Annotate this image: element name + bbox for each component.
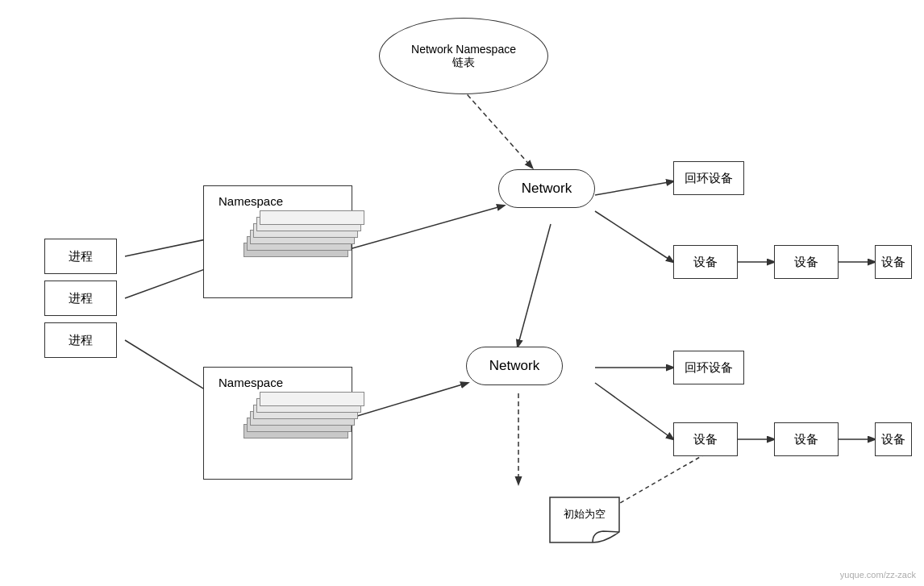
svg-line-3 [125, 340, 214, 395]
process1-box: 进程 [44, 239, 117, 274]
loopback2-label: 回环设备 [685, 360, 733, 376]
device2b-box: 设备 [774, 422, 839, 456]
svg-line-4 [347, 206, 504, 250]
device1c-label: 设备 [881, 255, 905, 270]
device2a-label: 设备 [693, 432, 718, 447]
device1b-box: 设备 [774, 245, 839, 279]
namespace2-label: Namespace [219, 376, 283, 389]
device2b-label: 设备 [794, 432, 818, 447]
process3-box: 进程 [44, 322, 117, 358]
loopback1-label: 回环设备 [685, 171, 733, 186]
svg-line-12 [595, 383, 673, 439]
device1a-label: 设备 [693, 255, 718, 270]
namespace2-stack [243, 390, 360, 451]
network1-label: Network [522, 181, 572, 197]
svg-line-7 [518, 224, 551, 347]
ellipse-label-line2: 链表 [452, 56, 475, 70]
network-namespace-ellipse: Network Namespace 链表 [379, 18, 548, 94]
namespace1-stack [243, 209, 360, 269]
device2c-box: 设备 [875, 422, 912, 456]
init-empty-box: 初始为空 [548, 496, 621, 540]
device2c-label: 设备 [881, 432, 905, 447]
network1-pill: Network [498, 169, 595, 208]
namespace1-label: Namespace [219, 194, 283, 208]
process1-label: 进程 [69, 249, 93, 264]
namespace1-box: Namespace [203, 185, 352, 298]
loopback2-box: 回环设备 [673, 351, 744, 384]
svg-line-0 [462, 89, 532, 168]
svg-line-2 [125, 266, 214, 298]
loopback1-box: 回环设备 [673, 161, 744, 195]
network2-label: Network [489, 358, 539, 374]
device1c-box: 设备 [875, 245, 912, 279]
device2a-box: 设备 [673, 422, 738, 456]
process2-label: 进程 [69, 291, 93, 306]
process3-label: 进程 [69, 333, 93, 348]
device1a-box: 设备 [673, 245, 738, 279]
namespace2-box: Namespace [203, 367, 352, 480]
watermark: yuque.com/zz-zack [840, 570, 916, 580]
svg-line-6 [595, 211, 673, 262]
svg-line-1 [125, 238, 214, 256]
network2-pill: Network [466, 347, 563, 385]
ellipse-label-line1: Network Namespace [411, 43, 516, 56]
svg-line-10 [347, 383, 468, 419]
process2-box: 进程 [44, 281, 117, 316]
device1b-label: 设备 [794, 255, 818, 270]
init-empty-label: 初始为空 [548, 507, 621, 522]
diagram: Network Namespace 链表 Network Network Nam… [0, 0, 924, 586]
svg-line-5 [595, 181, 673, 195]
